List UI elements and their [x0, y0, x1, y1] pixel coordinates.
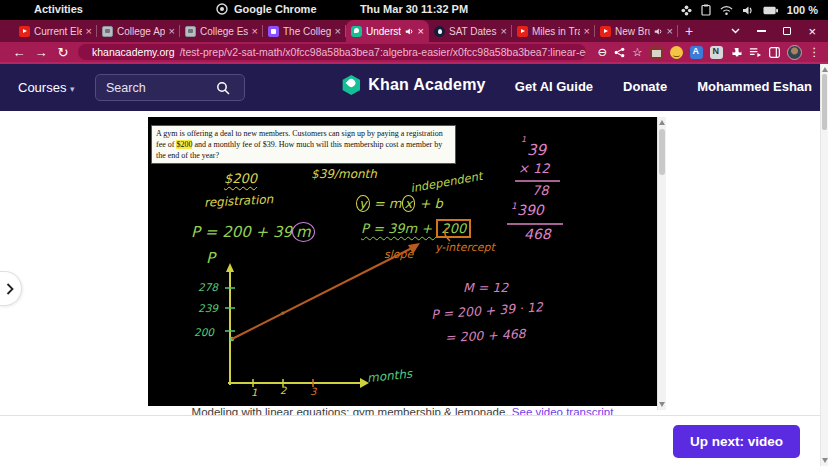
profile-avatar[interactable] [787, 45, 802, 60]
video-caption: Modeling with linear equations: gym memb… [148, 406, 657, 415]
bookmark-star-icon[interactable]: ☆ [632, 45, 642, 59]
mult-carry-top: 1 [521, 135, 526, 144]
video-player[interactable]: A gym is offering a deal to new members.… [148, 117, 657, 406]
tab-close-icon[interactable]: × [86, 26, 92, 37]
tab-audio-icon[interactable] [405, 27, 414, 36]
tab-miles-in-transcript[interactable]: Miles in Tra × [512, 20, 595, 42]
system-status-area[interactable]: 100 % [681, 2, 818, 18]
scroll-down-icon[interactable] [659, 402, 665, 407]
tab-search-chevron-icon[interactable] [731, 28, 740, 34]
minimize-button[interactable] [757, 30, 766, 32]
chevron-down-icon: ▾ [70, 84, 75, 94]
graph-x-axis-label: months [366, 367, 412, 386]
extension-calendar-icon[interactable] [650, 46, 663, 59]
system-top-bar: Activities Google Chrome Thu Mar 30 11:3… [0, 0, 828, 20]
purple-app-favicon [268, 26, 279, 37]
focused-app-menu[interactable]: Google Chrome [216, 3, 317, 15]
chevron-right-icon [6, 283, 14, 295]
tab-understanding-active[interactable]: Underst × [346, 20, 429, 42]
zoom-out-icon[interactable]: ⊖ [598, 45, 608, 59]
m-value: M = 12 [463, 280, 508, 295]
header-links: Get AI Guide Donate Mohammed Eshan [515, 79, 812, 94]
tab-close-icon[interactable]: × [335, 26, 341, 37]
search-icon[interactable] [216, 81, 230, 95]
khan-academy-favicon [351, 26, 362, 37]
clock[interactable]: Thu Mar 30 11:32 PM [360, 3, 468, 15]
sidebar-expand-toggle[interactable] [0, 271, 22, 306]
google-doc-favicon [185, 26, 196, 37]
side-panel-icon[interactable] [769, 47, 780, 58]
mult-partial2: 390 [517, 202, 544, 218]
tab-close-icon[interactable]: × [584, 26, 590, 37]
reload-button[interactable]: ↻ [52, 45, 74, 60]
battery-icon [763, 6, 778, 15]
profile-name-link[interactable]: Mohammed Eshan [697, 79, 812, 94]
playlist-icon[interactable] [749, 47, 762, 58]
graph-xtick-1: 1 [251, 387, 257, 398]
tab-sat-dates[interactable]: SAT Dates a × [429, 20, 512, 42]
page-scrollbar[interactable] [820, 64, 828, 466]
scrollbar-thumb[interactable] [822, 74, 827, 130]
equation-2: P = 39m + 200 [361, 221, 471, 236]
search-input[interactable] [106, 81, 216, 95]
graph-y-axis-label: P [206, 249, 215, 267]
tab-the-college[interactable]: The College × [263, 20, 346, 42]
address-bar[interactable]: khanacademy.org/test-prep/v2-sat-math/x0… [78, 44, 586, 60]
extension-translate-icon[interactable] [690, 46, 703, 59]
youtube-favicon [517, 26, 528, 37]
new-tab-button[interactable]: + [678, 20, 700, 42]
tab-close-icon[interactable]: × [667, 26, 673, 37]
tab-new-brunswick[interactable]: New Bru × [595, 20, 678, 42]
get-ai-guide-link[interactable]: Get AI Guide [515, 79, 593, 94]
tab-close-icon[interactable]: × [418, 26, 424, 37]
see-transcript-link[interactable]: See video transcript [512, 406, 614, 415]
chrome-menu-dots-icon[interactable]: ⋮ [809, 45, 821, 59]
note-registration: registration [204, 192, 274, 210]
restore-button[interactable] [783, 27, 791, 35]
courses-menu[interactable]: Courses ▾ [18, 80, 75, 95]
tab-close-icon[interactable]: × [252, 26, 258, 37]
tab-audio-icon[interactable] [654, 27, 663, 36]
khan-academy-logo[interactable]: Khan Academy [342, 75, 485, 95]
activities-button[interactable]: Activities [34, 3, 83, 15]
up-next-button[interactable]: Up next: video [673, 425, 800, 458]
search-bar[interactable] [95, 74, 245, 101]
mult-result: 468 [524, 226, 551, 242]
slope-label: slope [384, 248, 413, 261]
page-content: A gym is offering a deal to new members.… [0, 111, 828, 415]
graph-xtick-2: 2 [280, 385, 286, 396]
content-scrollbar[interactable] [657, 117, 666, 410]
forward-button[interactable]: → [30, 45, 52, 60]
close-window-button[interactable]: × [808, 25, 816, 38]
equation-1: P = 200 + 39m [191, 223, 315, 241]
tab-current-ele[interactable]: Current Ele × [14, 20, 97, 42]
scroll-up-icon[interactable] [659, 120, 665, 125]
back-button[interactable]: ← [8, 45, 30, 60]
mult-carry-mid: 1 [511, 201, 517, 211]
problem-statement: A gym is offering a deal to new members.… [151, 125, 456, 164]
note-fee: $200 [224, 171, 257, 186]
donate-link[interactable]: Donate [623, 79, 667, 94]
extensions-puzzle-icon[interactable] [730, 46, 742, 58]
youtube-favicon [600, 26, 611, 37]
scrollbar-thumb[interactable] [659, 129, 665, 175]
tab-close-icon[interactable]: × [501, 26, 507, 37]
extension-notes-icon[interactable] [710, 46, 723, 59]
bottom-bar: Up next: video [0, 415, 828, 466]
scroll-up-icon[interactable] [822, 67, 828, 72]
calc-line-1: P = 200 + 39 · 12 [431, 299, 544, 322]
slope-intercept-template: y = mx + b [356, 196, 443, 211]
url-path: /test-prep/v2-sat-math/x0fcc98a58ba3bea7… [180, 46, 586, 58]
chrome-icon [216, 3, 228, 15]
wifi-icon [720, 5, 733, 16]
highlighted-fee: $200 [176, 140, 192, 149]
tab-college-app[interactable]: College Ap × [97, 20, 180, 42]
share-icon[interactable] [614, 47, 625, 58]
tab-college-essay[interactable]: College Ess × [180, 20, 263, 42]
note-independent: independent [409, 169, 483, 195]
scroll-down-icon[interactable] [822, 458, 828, 463]
browser-toolbar: ← → ↻ khanacademy.org/test-prep/v2-sat-m… [0, 42, 828, 64]
extension-emoji-icon[interactable] [670, 46, 683, 59]
mult-partial1: 78 [532, 183, 549, 198]
tab-close-icon[interactable]: × [169, 26, 175, 37]
